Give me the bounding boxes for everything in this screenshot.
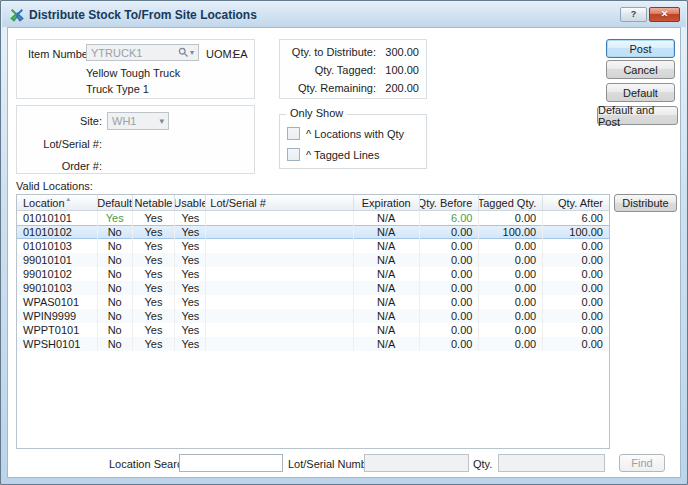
table-cell: Yes — [175, 323, 206, 337]
app-icon — [10, 8, 24, 22]
qty-tagged-row: Qty. Tagged: 100.00 — [280, 61, 426, 79]
table-cell: Yes — [133, 281, 176, 295]
table-cell: Yes — [133, 267, 176, 281]
table-cell: 0.00 — [479, 309, 543, 323]
location-search-input[interactable] — [179, 454, 283, 472]
table-cell: Yes — [175, 295, 206, 309]
locations-with-qty-checkbox[interactable] — [287, 127, 300, 140]
tagged-lines-option[interactable]: ^ Tagged Lines — [287, 148, 379, 161]
only-show-group: Only Show ^ Locations with Qty ^ Tagged … — [279, 114, 427, 169]
default-button[interactable]: Default — [606, 83, 675, 102]
qty-remaining-value: 200.00 — [376, 82, 419, 94]
table-cell: 0.00 — [420, 295, 480, 309]
quantity-summary-panel: Qty. to Distribute: 300.00 Qty. Tagged: … — [279, 39, 427, 99]
table-row[interactable]: 99010103NoYesYesN/A0.000.000.00 — [17, 281, 609, 295]
qty-remaining-label: Qty. Remaining: — [284, 82, 376, 94]
table-cell: No — [98, 337, 133, 351]
valid-locations-label: Valid Locations: — [16, 180, 93, 192]
tagged-lines-checkbox[interactable] — [287, 148, 300, 161]
table-cell: 0.00 — [420, 253, 480, 267]
table-cell — [206, 211, 353, 225]
table-row[interactable]: 99010101NoYesYesN/A0.000.000.00 — [17, 253, 609, 267]
column-header-qty-after[interactable]: Qty. After — [543, 195, 609, 210]
qty-tagged-label: Qty. Tagged: — [284, 64, 376, 76]
table-cell: 99010103 — [17, 281, 98, 295]
distribute-button[interactable]: Distribute — [614, 194, 677, 212]
help-icon[interactable]: ? — [620, 7, 647, 22]
table-row[interactable]: 99010102NoYesYesN/A0.000.000.00 — [17, 267, 609, 281]
table-row[interactable]: 01010103NoYesYesN/A0.000.000.00 — [17, 239, 609, 253]
default-and-post-button[interactable]: Default and Post — [597, 106, 678, 125]
table-cell: 01010103 — [17, 239, 98, 253]
table-cell: 0.00 — [420, 323, 480, 337]
table-cell: No — [98, 239, 133, 253]
only-show-legend: Only Show — [286, 107, 347, 119]
table-cell: No — [98, 281, 133, 295]
table-cell: 6.00 — [543, 211, 609, 225]
item-number-label: Item Number: — [28, 48, 95, 60]
table-cell: 99010102 — [17, 267, 98, 281]
table-cell: N/A — [354, 211, 420, 225]
table-cell: 0.00 — [543, 267, 609, 281]
locations-with-qty-option[interactable]: ^ Locations with Qty — [287, 127, 404, 140]
table-row[interactable]: WPAS0101NoYesYesN/A0.000.000.00 — [17, 295, 609, 309]
table-cell: 0.00 — [479, 253, 543, 267]
table-cell — [206, 253, 353, 267]
table-cell: 100.00 — [479, 225, 543, 239]
table-cell: 6.00 — [420, 211, 480, 225]
table-cell — [206, 309, 353, 323]
table-row[interactable]: 01010101YesYesYesN/A6.000.006.00 — [17, 211, 609, 225]
site-value: WH1 — [112, 115, 136, 127]
table-row[interactable]: WPSH0101NoYesYesN/A0.000.000.00 — [17, 337, 609, 351]
table-cell: Yes — [133, 337, 176, 351]
table-cell: 01010102 — [17, 225, 98, 239]
column-header-tagged-qty-[interactable]: Tagged Qty. — [479, 195, 543, 210]
post-button[interactable]: Post — [606, 39, 675, 58]
locations-with-qty-label: ^ Locations with Qty — [306, 128, 404, 140]
table-cell: Yes — [133, 239, 176, 253]
table-cell: 0.00 — [479, 323, 543, 337]
lot-serial-number-input[interactable] — [364, 454, 469, 472]
table-cell: 01010101 — [17, 211, 98, 225]
column-header-lot-serial-[interactable]: Lot/Serial # — [206, 195, 353, 210]
table-cell: 100.00 — [543, 225, 609, 239]
table-row[interactable]: 01010102NoYesYesN/A0.00100.00100.00 — [17, 225, 609, 239]
table-cell: N/A — [354, 225, 420, 239]
table-row[interactable]: WPPT0101NoYesYesN/A0.000.000.00 — [17, 323, 609, 337]
table-cell: Yes — [133, 295, 176, 309]
dialog-window: Distribute Stock To/From Site Locations … — [0, 0, 688, 485]
table-cell: Yes — [175, 281, 206, 295]
table-cell: 0.00 — [479, 211, 543, 225]
table-row[interactable]: WPIN9999NoYesYesN/A0.000.000.00 — [17, 309, 609, 323]
table-cell: 0.00 — [479, 239, 543, 253]
locations-table: Location▴DefaultNetableUsableLot/Serial … — [16, 194, 610, 449]
table-cell: Yes — [175, 253, 206, 267]
item-number-field[interactable]: YTRUCK1 ▾ — [86, 44, 199, 61]
table-cell: Yes — [133, 211, 176, 225]
site-dropdown[interactable]: WH1 ▾ — [107, 112, 169, 130]
item-number-value: YTRUCK1 — [91, 47, 142, 59]
table-cell: N/A — [354, 281, 420, 295]
column-header-qty-before[interactable]: Qty. Before — [420, 195, 480, 210]
table-cell: WPPT0101 — [17, 323, 98, 337]
qty-search-input[interactable] — [498, 454, 605, 472]
column-header-default[interactable]: Default — [98, 195, 133, 210]
table-cell: Yes — [175, 211, 206, 225]
find-button[interactable]: Find — [619, 454, 665, 472]
table-cell: 0.00 — [420, 267, 480, 281]
title-bar[interactable]: Distribute Stock To/From Site Locations … — [2, 2, 686, 27]
column-header-netable[interactable]: Netable — [133, 195, 176, 210]
column-header-location[interactable]: Location▴ — [17, 195, 98, 210]
cancel-button[interactable]: Cancel — [606, 60, 675, 79]
column-header-expiration[interactable]: Expiration — [354, 195, 420, 210]
qty-to-distribute-row: Qty. to Distribute: 300.00 — [280, 43, 426, 61]
column-header-usable[interactable]: Usable — [175, 195, 206, 210]
qty-remaining-row: Qty. Remaining: 200.00 — [280, 79, 426, 97]
item-lookup-icon[interactable]: ▾ — [178, 47, 194, 58]
table-body: 01010101YesYesYesN/A6.000.006.0001010102… — [17, 211, 609, 351]
close-icon[interactable]: ✕ — [649, 7, 680, 22]
table-cell: 0.00 — [479, 267, 543, 281]
item-panel: Item Number: YTRUCK1 ▾ UOM: EA Yellow To… — [16, 39, 255, 99]
table-cell: 0.00 — [420, 225, 480, 239]
lookup-dropdown-icon: ▾ — [190, 48, 194, 57]
